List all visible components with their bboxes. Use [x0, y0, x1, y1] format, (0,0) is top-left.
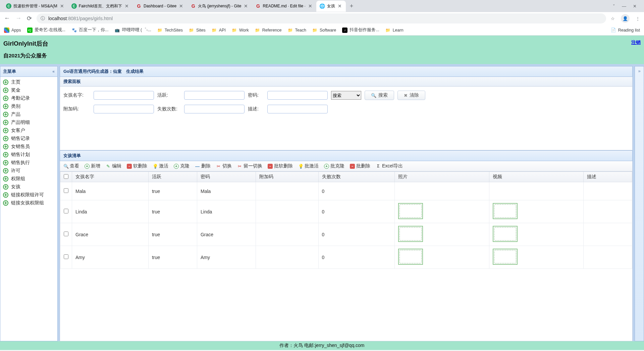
sidebar-item[interactable]: +销售记录: [2, 135, 55, 143]
bookmark-favicon-icon: 📁: [157, 28, 163, 33]
bookmark-item[interactable]: 📺哔哩哔哩 (゜-...: [115, 27, 151, 33]
tool-batch-clone[interactable]: +批克隆: [324, 163, 344, 169]
tool-edit[interactable]: ✎编辑: [106, 163, 121, 169]
tool-toggle[interactable]: ✂切换: [216, 163, 232, 169]
sidebar-item[interactable]: +考勤记录: [2, 94, 55, 102]
sidebar-item[interactable]: +女孩: [2, 183, 55, 191]
sidebar-item[interactable]: +链接女孩权限组: [2, 199, 55, 207]
tool-delete[interactable]: —删除: [195, 163, 211, 169]
tab-close-icon[interactable]: ✕: [243, 3, 249, 9]
row-checkbox[interactable]: [64, 254, 68, 259]
row-checkbox[interactable]: [64, 209, 68, 213]
input-active[interactable]: [184, 91, 245, 100]
search-mode-select[interactable]: 搜索: [331, 91, 361, 100]
bookmark-item[interactable]: ♪抖音创作服务...: [342, 27, 379, 33]
tool-batch-activate[interactable]: 💡批激活: [298, 163, 319, 169]
sidebar-item[interactable]: +奖金: [2, 86, 55, 94]
bookmark-item[interactable]: iQ爱奇艺-在线视...: [27, 27, 66, 33]
window-minimize2-icon[interactable]: —: [622, 4, 626, 9]
tab-close-icon[interactable]: ✕: [59, 3, 65, 9]
profile-avatar-icon[interactable]: 👤: [621, 14, 630, 23]
row-checkbox[interactable]: [64, 188, 68, 193]
browser-tab[interactable]: CFairchild首页、文档和下✕: [68, 1, 133, 12]
tool-softdel[interactable]: –软删除: [127, 163, 147, 169]
new-tab-button[interactable]: +: [346, 3, 358, 10]
sidebar-item[interactable]: +类别: [2, 102, 55, 110]
bookmark-item[interactable]: 📁Sites: [189, 28, 206, 33]
tool-view[interactable]: 🔍查看: [63, 163, 79, 169]
list-toolbar: 🔍查看 +新增 ✎编辑 –软删除 💡激活 +克隆 —删除 ✂切换 ✂留一切换 –…: [60, 161, 633, 171]
input-fail-count[interactable]: [184, 105, 245, 113]
bookmark-item[interactable]: 📁Learn: [385, 28, 404, 33]
table-row[interactable]: LindatrueLinda0: [60, 200, 632, 223]
bookmark-item[interactable]: 🐾百度一下，你...: [71, 27, 108, 33]
sidebar-item[interactable]: +产品明细: [2, 118, 55, 127]
bookmark-item[interactable]: 📁TechSites: [157, 28, 183, 33]
window-close-icon[interactable]: ✕: [633, 4, 637, 9]
sidebar-item[interactable]: +女客户: [2, 127, 55, 135]
browser-tab[interactable]: C投递软件管理 - MS&A(M✕: [3, 1, 68, 12]
sidebar-item[interactable]: +产品: [2, 110, 55, 118]
browser-tab[interactable]: GDashboard - Gitee✕: [133, 1, 187, 12]
tab-close-icon[interactable]: ✕: [124, 3, 129, 9]
photo-thumb[interactable]: [398, 226, 423, 242]
select-all-checkbox[interactable]: [64, 174, 68, 179]
input-girl-name[interactable]: [94, 91, 154, 100]
video-thumb[interactable]: [493, 203, 518, 219]
tab-close-icon[interactable]: ✕: [308, 3, 313, 9]
bookmark-item[interactable]: 📁Work: [232, 28, 249, 33]
video-thumb[interactable]: [493, 226, 518, 242]
site-info-icon[interactable]: ⓘ: [41, 15, 45, 21]
table-row[interactable]: MalatrueMala0: [60, 182, 632, 200]
input-extra-code[interactable]: [94, 105, 154, 113]
bookmark-label: 哔哩哔哩 (゜-...: [122, 27, 151, 33]
search-button[interactable]: 🔍搜索: [365, 91, 394, 100]
menu-kebab-icon[interactable]: ⋮: [636, 16, 640, 21]
sidebar-collapse-icon[interactable]: «: [52, 69, 55, 74]
bookmark-label: TechSites: [165, 28, 183, 33]
nav-reload-icon[interactable]: ⟳: [27, 15, 32, 22]
photo-thumb[interactable]: [398, 249, 423, 265]
tab-close-icon[interactable]: ✕: [178, 3, 184, 9]
main-area: Go语言通用代码生成器：仙童 生成结果 搜索面板 女孩名字: 活跃: 密码: 搜…: [60, 66, 633, 341]
sidebar-item[interactable]: +女销售员: [2, 143, 55, 151]
logout-link[interactable]: 注销: [631, 40, 641, 46]
tool-batch-softdel[interactable]: –批软删除: [268, 163, 293, 169]
sidebar-item[interactable]: +权限组: [2, 175, 55, 183]
input-password[interactable]: [267, 91, 328, 100]
tool-clone[interactable]: +克隆: [174, 163, 190, 169]
sidebar-item[interactable]: +许可: [2, 167, 55, 175]
video-thumb[interactable]: [493, 249, 518, 265]
row-checkbox[interactable]: [64, 232, 68, 236]
bookmark-item[interactable]: 📁API: [212, 28, 226, 33]
star-icon[interactable]: ☆: [611, 16, 615, 21]
tool-excel[interactable]: ΣExcel导出: [376, 163, 403, 169]
photo-thumb[interactable]: [398, 203, 423, 219]
nav-back-icon[interactable]: ←: [4, 15, 10, 22]
tool-batch-delete[interactable]: –批删除: [350, 163, 370, 169]
tool-add[interactable]: +新增: [85, 163, 100, 169]
address-bar[interactable]: ⓘ localhost:8081/pages/girls.html: [37, 13, 606, 23]
sidebar-item[interactable]: +销售执行: [2, 159, 55, 167]
table-cell: Mala: [197, 182, 256, 200]
sidebar-item[interactable]: +销售计划: [2, 151, 55, 159]
clear-button[interactable]: ✖清除: [397, 91, 425, 100]
reading-list-button[interactable]: 📄 Reading list: [611, 28, 640, 33]
bookmark-item[interactable]: 📁Software: [312, 28, 336, 33]
tab-close-icon[interactable]: ✕: [337, 3, 342, 9]
bookmark-item[interactable]: Apps: [4, 28, 21, 33]
bookmark-item[interactable]: 📁Reference: [255, 28, 282, 33]
bookmark-item[interactable]: 📁Teach: [288, 28, 306, 33]
table-row[interactable]: GracetrueGrace0: [60, 223, 632, 246]
tool-leave-toggle[interactable]: ✂留一切换: [237, 163, 262, 169]
browser-tab[interactable]: GREADME.md · Edit file · ✕: [252, 1, 316, 12]
right-collapsed-panel[interactable]: »: [635, 66, 644, 341]
table-row[interactable]: AmytrueAmy0: [60, 246, 632, 269]
tool-activate[interactable]: 💡激活: [153, 163, 168, 169]
input-description[interactable]: [267, 105, 328, 113]
window-minimize-icon[interactable]: ˅: [613, 4, 615, 9]
browser-tab[interactable]: G火鸟 (jerryshensjf) - Gite✕: [187, 1, 252, 12]
sidebar-item[interactable]: +链接权限组许可: [2, 191, 55, 199]
browser-tab[interactable]: 🌐女孩✕: [316, 1, 346, 12]
sidebar-item[interactable]: +主页: [2, 78, 55, 86]
